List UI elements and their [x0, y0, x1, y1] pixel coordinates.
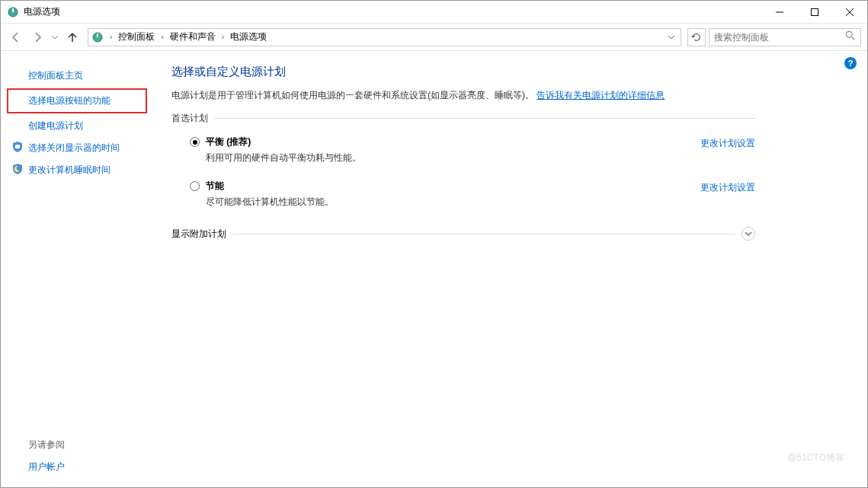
plan-desc: 尽可能降低计算机性能以节能。 [206, 196, 677, 209]
plan-balanced: 平衡 (推荐) 利用可用的硬件自动平衡功耗与性能。 更改计划设置 [171, 132, 755, 177]
minimize-button[interactable] [762, 1, 797, 23]
breadcrumb[interactable]: › 控制面板 › 硬件和声音 › 电源选项 [88, 28, 681, 46]
main-panel: 选择或自定义电源计划 电源计划是用于管理计算机如何使用电源的一套硬件和系统设置(… [153, 51, 778, 487]
back-button[interactable] [7, 28, 25, 46]
change-plan-link[interactable]: 更改计划设置 [677, 181, 755, 194]
chevron-right-icon: › [159, 33, 165, 41]
plan-desc: 利用可用的硬件自动平衡功耗与性能。 [206, 152, 677, 164]
breadcrumb-item[interactable]: 控制面板 [115, 30, 158, 43]
sidebar-item-label: 控制面板主页 [28, 70, 83, 81]
sidebar-item-label: 创建电源计划 [28, 120, 83, 131]
plan-title: 节能 [206, 180, 677, 193]
page-heading: 选择或自定义电源计划 [171, 65, 755, 79]
divider [232, 234, 735, 234]
spacer [1, 181, 153, 434]
svg-rect-1 [12, 8, 14, 12]
sidebar: 控制面板主页 选择电源按钮的功能 创建电源计划 选择关闭显示器的时间 更改计算机… [1, 51, 153, 487]
svg-rect-10 [15, 145, 20, 148]
search-input[interactable] [714, 32, 845, 43]
power-options-icon [7, 6, 19, 18]
breadcrumb-item[interactable]: 硬件和声音 [167, 30, 219, 43]
maximize-button[interactable] [797, 1, 832, 23]
breadcrumb-item[interactable]: 电源选项 [227, 30, 270, 43]
sidebar-item-home[interactable]: 控制面板主页 [1, 65, 153, 87]
see-also-label: 另请参阅 [1, 434, 153, 456]
forward-button[interactable] [28, 28, 46, 46]
search-box[interactable] [709, 28, 861, 46]
sidebar-user-accounts-link[interactable]: 用户帐户 [1, 456, 153, 478]
titlebar: 电源选项 [1, 1, 867, 24]
power-options-icon [91, 31, 104, 43]
expand-button[interactable] [741, 227, 755, 241]
sidebar-item-sleep[interactable]: 更改计算机睡眠时间 [1, 159, 153, 181]
divider [214, 118, 755, 119]
close-button[interactable] [832, 1, 867, 23]
sidebar-item-display-off[interactable]: 选择关闭显示器的时间 [1, 137, 153, 159]
desc-link[interactable]: 告诉我有关电源计划的详细信息 [536, 90, 665, 100]
desc-text: 电源计划是用于管理计算机如何使用电源的一套硬件和系统设置(如显示器亮度、睡眠等)… [171, 90, 534, 100]
sidebar-item-power-button[interactable]: 选择电源按钮的功能 [7, 88, 147, 113]
window-controls [762, 1, 867, 23]
navbar: › 控制面板 › 硬件和声音 › 电源选项 [1, 24, 867, 51]
shield-monitor-icon [11, 141, 24, 153]
additional-plans-section: 显示附加计划 [171, 227, 755, 241]
plan-content: 节能 尽可能降低计算机性能以节能。 [206, 180, 677, 209]
up-button[interactable] [63, 28, 82, 46]
recent-dropdown[interactable] [50, 28, 60, 46]
radio-powersaver[interactable] [190, 181, 200, 191]
svg-line-9 [852, 37, 855, 40]
page-description: 电源计划是用于管理计算机如何使用电源的一套硬件和系统设置(如显示器亮度、睡眠等)… [171, 88, 755, 103]
help-icon[interactable]: ? [844, 57, 857, 69]
svg-point-8 [846, 31, 852, 37]
section-label-text: 首选计划 [171, 112, 208, 125]
chevron-right-icon: › [220, 33, 226, 41]
window-title: 电源选项 [24, 5, 60, 18]
breadcrumb-dropdown[interactable] [668, 32, 677, 43]
shield-moon-icon [11, 163, 24, 175]
sidebar-item-label: 更改计算机睡眠时间 [28, 164, 111, 175]
sidebar-item-label: 选择电源按钮的功能 [28, 95, 111, 106]
content-area: ? 控制面板主页 选择电源按钮的功能 创建电源计划 选择关闭显示器的时间 更改计… [1, 51, 867, 487]
additional-plans-label: 显示附加计划 [171, 228, 226, 241]
chevron-right-icon: › [108, 33, 114, 41]
sidebar-item-create-plan[interactable]: 创建电源计划 [1, 115, 153, 137]
radio-balanced[interactable] [190, 137, 200, 147]
watermark: @51CTO博客 [787, 451, 844, 464]
svg-rect-3 [812, 8, 818, 15]
search-icon [845, 30, 856, 43]
plan-powersaver: 节能 尽可能降低计算机性能以节能。 更改计划设置 [171, 177, 755, 221]
refresh-button[interactable] [687, 28, 706, 46]
plan-title: 平衡 (推荐) [206, 136, 677, 148]
svg-rect-7 [97, 33, 98, 37]
plan-content: 平衡 (推荐) 利用可用的硬件自动平衡功耗与性能。 [206, 136, 677, 164]
preferred-plans-label: 首选计划 [171, 112, 755, 125]
sidebar-item-label: 选择关闭显示器的时间 [28, 142, 120, 153]
change-plan-link[interactable]: 更改计划设置 [677, 137, 755, 150]
